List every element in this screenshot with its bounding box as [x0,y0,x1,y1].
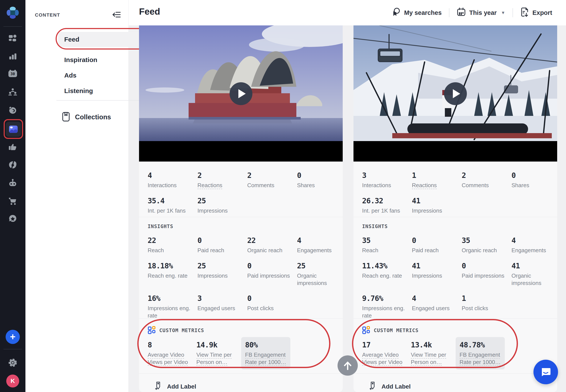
custom-metrics-title: CUSTOM METRICS [159,328,204,333]
my-searches-button[interactable]: My searches [392,7,442,18]
post-card: 4Interactions 2Reactions 2Comments 0Shar… [139,25,343,392]
chat-launcher-button[interactable] [534,360,558,384]
content-nav-panel: CONTENT Feed Inspiration Ads Listening C… [25,0,129,392]
app-logo[interactable] [0,6,25,19]
video-thumbnail[interactable] [139,25,343,162]
stats-section: 4Interactions 2Reactions 2Comments 0Shar… [139,162,343,217]
scroll-to-top-button[interactable] [337,355,358,376]
content-icon-active[interactable] [6,122,21,137]
svg-text:30: 30 [11,72,15,76]
nav-item-ads[interactable]: Ads [58,69,147,81]
nav-item-inspiration[interactable]: Inspiration [58,54,147,66]
analytics-icon[interactable] [0,52,25,61]
highlighted-metric: 80%FB Engagement Rate per 1000… [241,337,290,369]
date-range-button[interactable]: This year ▼ [457,7,505,18]
custom-metrics-icon [148,326,156,335]
page-title: Feed [139,6,160,17]
insights-title: INSIGHTS [362,224,549,229]
header-separator [513,8,513,17]
stats-section: 3Interactions 1Reactions 2Comments 0Shar… [353,162,557,217]
saved-search-icon [392,7,401,18]
insights-title: INSIGHTS [148,224,334,229]
export-icon [520,7,529,18]
play-button[interactable] [230,82,252,105]
user-avatar[interactable]: K [6,375,19,388]
custom-metrics-title: CUSTOM METRICS [374,328,419,333]
panel-section-title: CONTENT [35,12,60,18]
calendar-icon [457,7,466,18]
insights-section: INSIGHTS 35Reach 0Paid reach 35Organic r… [353,217,557,319]
chevron-down-icon: ▼ [501,10,505,15]
rail-divider-bottom [3,349,22,349]
nav-item-listening[interactable]: Listening [58,85,147,97]
add-label-button[interactable]: Add Label [139,374,343,392]
header-separator [449,8,450,17]
collapse-panel-icon[interactable] [112,10,121,20]
custom-metrics-section: CUSTOM METRICS 17Average Video Views per… [353,319,557,374]
nav-item-collections[interactable]: Collections [62,112,111,123]
shop-cart-icon[interactable] [0,196,25,206]
dashboard-icon[interactable] [0,34,25,43]
bookmark-icon [62,112,70,123]
nav-item-feed[interactable]: Feed [58,32,147,47]
video-thumbnail[interactable] [353,25,557,162]
add-new-button[interactable]: + [6,330,20,344]
panel-divider [57,100,149,101]
automation-robot-icon[interactable] [0,178,25,188]
reviews-icon[interactable] [0,214,25,224]
brand-icon[interactable] [0,160,25,170]
play-button[interactable] [444,82,467,105]
likes-icon[interactable] [0,142,25,152]
custom-metrics-section: CUSTOM METRICS 8Average Video Views per … [139,319,343,374]
export-button[interactable]: Export [520,7,552,18]
engagement-icon[interactable] [0,106,25,115]
insights-section: INSIGHTS 22Reach 0Paid reach 22Organic r… [139,217,343,319]
custom-metrics-icon [362,326,370,335]
settings-gear-icon[interactable] [0,358,25,368]
post-card: 3Interactions 1Reactions 2Comments 0Shar… [353,25,557,392]
community-icon[interactable] [0,87,25,97]
main-header: Feed My searches This year ▼ [129,0,566,25]
tag-plus-icon [369,381,377,392]
calendar-30-icon[interactable]: 30 [0,69,25,78]
highlighted-metric: 48.78%FB Engagement Rate per 1000… [456,337,505,369]
icon-rail: 30 [0,0,25,392]
tag-plus-icon [154,381,163,392]
add-label-button[interactable]: Add Label [353,374,557,392]
rail-divider [3,26,22,27]
